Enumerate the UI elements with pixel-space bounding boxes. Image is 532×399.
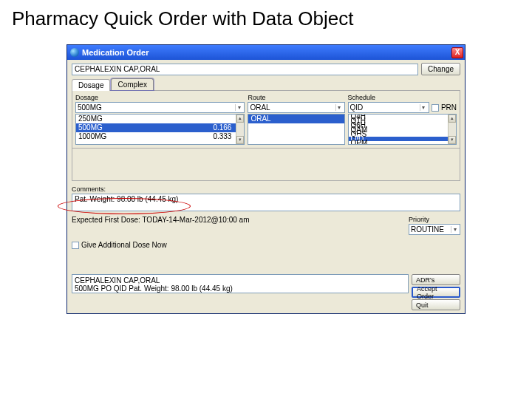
chevron-down-icon[interactable]: ▾ (335, 104, 343, 111)
summary-line1: CEPHALEXIN CAP,ORAL (75, 276, 406, 284)
summary-line2: 500MG PO QID Pat. Weight: 98.00 lb (44.4… (75, 284, 406, 293)
scroll-down-icon[interactable]: ▾ (236, 136, 244, 144)
schedule-label: Schedule (348, 94, 457, 101)
adrs-button[interactable]: ADR's (412, 274, 460, 285)
route-label: Route (248, 94, 344, 101)
dosage-label: Dosage (75, 94, 245, 101)
tab-strip: Dosage Complex (72, 78, 460, 90)
scrollbar[interactable]: ▴ ▾ (236, 115, 244, 144)
list-item[interactable]: QPM (349, 141, 456, 145)
window-title: Medication Order (82, 48, 149, 57)
schedule-listbox[interactable]: Q4H Q1H Q6H QAM QHS QID QPM ▴ ▾ (348, 114, 457, 145)
accept-order-button[interactable]: Accept Order (412, 287, 460, 298)
prn-label: PRN (441, 103, 457, 112)
comments-label: Comments: (72, 185, 460, 193)
prn-checkbox-group: PRN (432, 103, 457, 112)
app-icon (70, 48, 79, 57)
drug-name-field[interactable]: CEPHALEXIN CAP,ORAL (72, 64, 418, 75)
schedule-field[interactable]: QID ▾ (348, 102, 429, 113)
chevron-down-icon[interactable]: ▾ (235, 104, 242, 111)
expected-first-dose: Expected First Dose: TODAY-14-Mar-2012@1… (72, 216, 249, 224)
close-icon[interactable]: X (451, 47, 463, 58)
dosage-value: 500MG (78, 103, 102, 112)
medication-order-window: Medication Order X CEPHALEXIN CAP,ORAL C… (66, 44, 466, 314)
panel-spacer (72, 149, 460, 181)
titlebar: Medication Order X (67, 45, 465, 60)
priority-label: Priority (409, 216, 460, 223)
schedule-value: QID (350, 103, 364, 112)
scroll-down-icon[interactable]: ▾ (449, 136, 456, 144)
route-field[interactable]: ORAL ▾ (248, 102, 344, 113)
quit-button[interactable]: Quit (412, 299, 460, 310)
comments-text: Pat. Weight: 98.00 lb (44.45 kg) (75, 195, 178, 203)
scroll-up-icon[interactable]: ▴ (449, 115, 456, 123)
list-item[interactable]: 500MG0.166 (76, 123, 244, 132)
list-item[interactable]: 250MG (76, 115, 244, 123)
window-content: CEPHALEXIN CAP,ORAL Change Dosage Comple… (67, 60, 465, 313)
give-additional-label: Give Additional Dose Now (81, 241, 167, 249)
tab-dosage[interactable]: Dosage (72, 79, 110, 91)
prn-checkbox[interactable] (432, 104, 439, 112)
slide-title: Pharmacy Quick Order with Data Object (0, 0, 532, 36)
chevron-down-icon[interactable]: ▾ (451, 226, 458, 233)
give-additional-checkbox[interactable] (72, 242, 79, 249)
route-value: ORAL (250, 103, 270, 112)
priority-value: ROUTINE (411, 225, 444, 233)
give-additional-group: Give Additional Dose Now (72, 241, 460, 249)
route-listbox[interactable]: ORAL (248, 114, 344, 145)
dosage-field[interactable]: 500MG ▾ (75, 102, 245, 113)
comments-field[interactable]: Pat. Weight: 98.00 lb (44.45 kg) (72, 194, 460, 211)
scrollbar[interactable]: ▴ ▾ (448, 115, 456, 144)
scroll-up-icon[interactable]: ▴ (236, 115, 244, 123)
dosage-listbox[interactable]: 250MG 500MG0.166 1000MG0.333 ▴ ▾ (75, 114, 245, 145)
tab-complex[interactable]: Complex (111, 78, 153, 90)
list-item[interactable]: 1000MG0.333 (76, 132, 244, 141)
chevron-down-icon[interactable]: ▾ (420, 104, 427, 111)
summary-row: CEPHALEXIN CAP,ORAL 500MG PO QID Pat. We… (72, 274, 460, 310)
priority-field[interactable]: ROUTINE ▾ (409, 224, 460, 235)
change-button[interactable]: Change (421, 63, 460, 75)
dosage-panel: Dosage 500MG ▾ 250MG 500MG0.166 1000MG0.… (72, 90, 460, 149)
order-summary: CEPHALEXIN CAP,ORAL 500MG PO QID Pat. We… (72, 274, 409, 293)
list-item[interactable]: ORAL (248, 115, 344, 123)
